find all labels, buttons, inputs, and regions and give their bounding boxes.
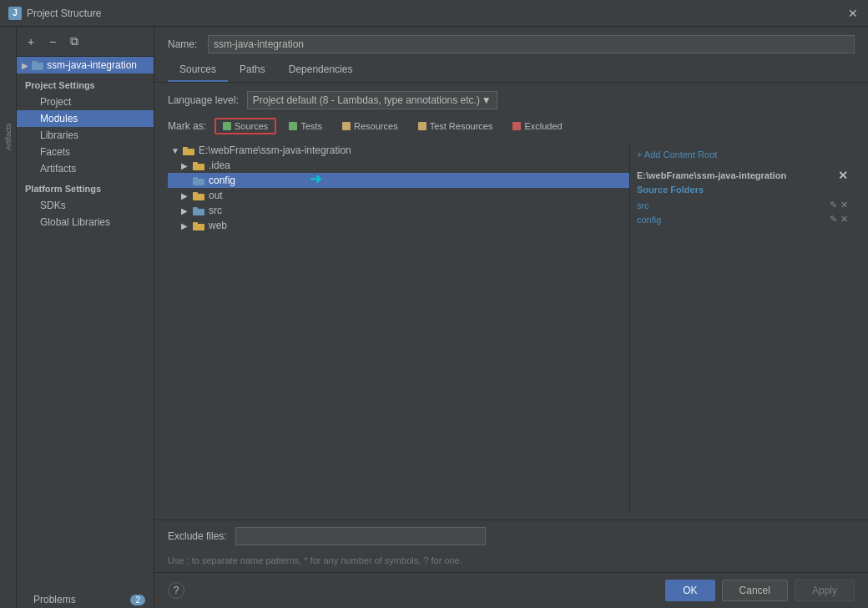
tree-out-label: out	[209, 190, 223, 201]
mark-excluded-button[interactable]: Excluded	[505, 119, 569, 134]
sidebar-item-project[interactable]: Project	[17, 94, 154, 110]
exclude-files-row: Exclude files:	[154, 519, 868, 552]
tree-src-label: src	[209, 205, 222, 216]
source-folder-src-name: src	[637, 200, 826, 210]
source-folder-src-edit[interactable]: ✎	[830, 200, 837, 210]
tree-folder-icon-out	[193, 191, 204, 200]
tab-sources[interactable]: Sources	[168, 58, 228, 82]
sidebar-item-sdks[interactable]: SDKs	[17, 197, 154, 214]
mark-as-row: Mark as: Sources Tests Resources Test Re…	[168, 118, 855, 134]
exclude-files-input[interactable]	[235, 527, 486, 545]
tree-root[interactable]: ▼ E:\webFrame\ssm-java-integration	[168, 143, 629, 158]
file-tree: ▼ E:\webFrame\ssm-java-integration ▶	[168, 143, 629, 511]
tree-arrow-root: ▼	[171, 146, 181, 155]
tab-paths[interactable]: Paths	[228, 58, 277, 82]
help-button[interactable]: ?	[168, 582, 184, 599]
window-title: Project Structure	[27, 8, 101, 19]
svg-rect-13	[193, 222, 198, 225]
tree-folder-icon-idea	[193, 161, 204, 170]
mark-tests-button[interactable]: Tests	[281, 119, 330, 134]
sidebar-toolbar: + − ⧉	[17, 27, 154, 57]
right-panel: Name: Sources Paths Dependencies Languag…	[154, 27, 868, 608]
tree-src-folder[interactable]: ▶ src	[168, 203, 629, 218]
svg-rect-11	[193, 207, 198, 210]
svg-rect-1	[32, 61, 37, 64]
tree-root-label: E:\webFrame\ssm-java-integration	[199, 144, 351, 156]
mark-sources-button[interactable]: Sources	[214, 118, 276, 134]
tabs-row: Sources Paths Dependencies	[154, 58, 868, 83]
tree-config-folder[interactable]: config ➜	[168, 173, 629, 188]
tree-arrow-out: ▶	[181, 191, 191, 200]
dropdown-arrow-icon: ▼	[482, 94, 492, 106]
language-level-select[interactable]: Project default (8 - Lambdas, type annot…	[247, 91, 497, 109]
project-settings-title: Project Settings	[17, 73, 154, 94]
content-area: Language level: Project default (8 - Lam…	[154, 83, 868, 519]
source-folder-config-edit[interactable]: ✎	[830, 214, 837, 225]
tree-arrow-idea: ▶	[181, 161, 191, 170]
tree-folder-icon-web	[193, 221, 204, 231]
split-area: ▼ E:\webFrame\ssm-java-integration ▶	[168, 143, 855, 511]
resources-color-indicator	[342, 122, 351, 130]
cursor-arrow-icon: ➜	[310, 170, 322, 188]
add-content-root-button[interactable]: + Add Content Root	[637, 149, 848, 160]
copy-module-button[interactable]: ⧉	[65, 33, 83, 51]
tree-out-folder[interactable]: ▶ out	[168, 188, 629, 203]
tree-arrow-web: ▶	[181, 221, 191, 231]
module-arrow: ▶	[22, 61, 28, 70]
source-folders-title: Source Folders	[637, 185, 848, 195]
tree-folder-icon-src	[193, 206, 204, 215]
add-module-button[interactable]: +	[22, 33, 40, 51]
svg-rect-7	[193, 177, 198, 180]
exclude-files-label: Exclude files:	[168, 530, 227, 542]
language-level-row: Language level: Project default (8 - Lam…	[168, 91, 855, 109]
app-icon: J	[8, 7, 22, 20]
tests-color-indicator	[289, 122, 297, 130]
sidebar-item-facets[interactable]: Facets	[17, 144, 154, 160]
artifacts-strip[interactable]: Artifacts	[2, 130, 15, 144]
tree-arrow-src: ▶	[181, 206, 191, 215]
platform-settings-title: Platform Settings	[17, 177, 154, 197]
excluded-color-indicator	[512, 122, 521, 130]
bottom-bar: ? OK Cancel Apply	[154, 572, 868, 608]
content-root-title: E:\webFrame\ssm-java-integration ✕	[637, 166, 848, 185]
sidebar: + − ⧉ ▶ ssm-java-integration Project Set…	[17, 27, 154, 608]
sidebar-item-modules[interactable]: Modules	[17, 110, 154, 127]
sidebar-item-libraries[interactable]: Libraries	[17, 127, 154, 144]
language-level-label: Language level:	[168, 94, 239, 106]
tree-idea-label: .idea	[209, 160, 230, 171]
name-input[interactable]	[208, 35, 855, 53]
mark-as-label: Mark as:	[168, 120, 206, 132]
module-item[interactable]: ▶ ssm-java-integration	[17, 57, 154, 73]
source-folder-src: src ✎ ✕	[637, 198, 848, 212]
mark-test-resources-button[interactable]: Test Resources	[411, 119, 501, 134]
module-folder-icon	[32, 60, 43, 70]
sidebar-item-artifacts[interactable]: Artifacts	[17, 160, 154, 177]
tree-web-label: web	[209, 220, 227, 231]
tree-idea-folder[interactable]: ▶ .idea	[168, 158, 629, 173]
apply-button[interactable]: Apply	[795, 580, 855, 601]
content-root-close-button[interactable]: ✕	[838, 169, 848, 182]
module-name: ssm-java-integration	[47, 59, 137, 71]
mark-resources-button[interactable]: Resources	[335, 119, 406, 134]
tree-web-folder[interactable]: ▶ web	[168, 218, 629, 233]
cancel-button[interactable]: Cancel	[722, 580, 788, 601]
tree-folder-icon-config	[193, 176, 204, 185]
sidebar-item-problems[interactable]: Problems 2	[17, 591, 154, 608]
source-folders-panel: + Add Content Root E:\webFrame\ssm-java-…	[629, 143, 855, 511]
svg-rect-5	[193, 162, 198, 165]
title-bar: J Project Structure ✕	[0, 0, 868, 27]
source-folder-src-remove[interactable]: ✕	[840, 200, 848, 210]
ok-button[interactable]: OK	[665, 580, 714, 601]
test-resources-color-indicator	[418, 122, 426, 130]
source-folder-config-name: config	[637, 215, 826, 225]
sources-color-indicator	[223, 122, 231, 130]
name-row: Name:	[154, 27, 868, 58]
sidebar-item-global-libraries[interactable]: Global Libraries	[17, 214, 154, 231]
name-label: Name:	[168, 38, 201, 50]
tree-arrow-config	[181, 176, 191, 185]
source-folder-config-remove[interactable]: ✕	[840, 214, 848, 225]
svg-rect-9	[193, 192, 198, 195]
remove-module-button[interactable]: −	[43, 33, 62, 51]
tab-dependencies[interactable]: Dependencies	[277, 58, 365, 82]
close-button[interactable]: ✕	[846, 7, 860, 20]
